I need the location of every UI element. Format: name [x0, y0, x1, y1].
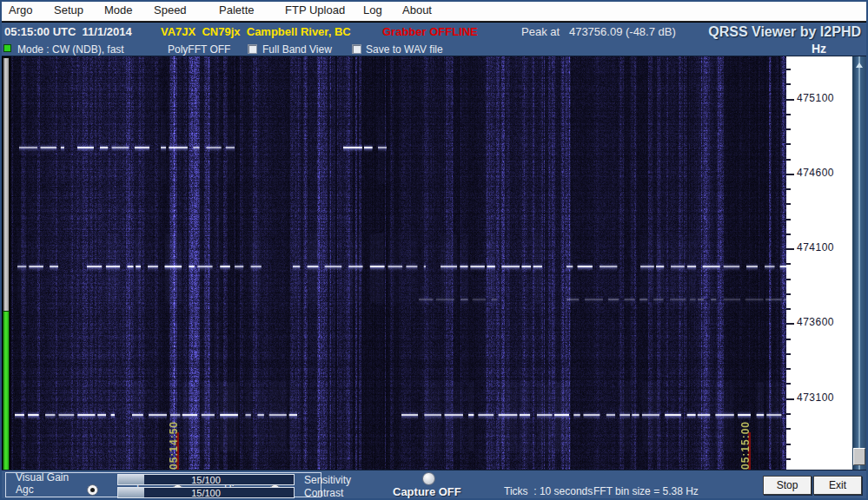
major-tick: [786, 99, 794, 101]
timestamp-label: 05:15:00: [739, 416, 751, 470]
frequency-tick-label: 474100: [797, 241, 834, 253]
sensitivity-label: Sensitivity: [304, 474, 351, 486]
minor-tick: [786, 263, 791, 265]
major-tick: [786, 248, 794, 250]
minor-tick: [786, 159, 791, 161]
major-tick: [786, 323, 794, 325]
frequency-unit-label: Hz: [812, 42, 826, 56]
minor-tick: [786, 114, 791, 115]
frequency-tick-label: 475100: [797, 92, 834, 104]
menu-item-speed[interactable]: Speed: [154, 3, 187, 16]
info-bar: 05:15:00 UTC 11/1/2014 VA7JX CN79jx Camp…: [0, 23, 868, 42]
minor-tick: [786, 234, 791, 235]
capture-led-button[interactable]: [422, 472, 435, 485]
fft-bin-size-readout: FFT bin size = 5.38 Hz: [593, 485, 699, 497]
save-wav-checkbox[interactable]: [352, 44, 361, 54]
polyfft-status[interactable]: PolyFFT OFF: [168, 43, 230, 56]
grabber-status: Grabber OFFLINE: [382, 25, 478, 39]
minor-tick: [786, 458, 791, 460]
mode-led-icon: [3, 44, 11, 52]
sensitivity-value: 15/100: [118, 475, 294, 485]
peak-readout: Peak at 473756.09 (-48.7 dB): [521, 25, 676, 39]
signal-level-meter-green: [3, 311, 10, 470]
contrast-slider[interactable]: 15/100: [117, 487, 295, 498]
frequency-tick-label: 473100: [797, 391, 834, 404]
frequency-tick-label: 474600: [797, 167, 834, 179]
mode-bar: Mode : CW (NDB), fast PolyFFT OFF Full B…: [0, 42, 868, 56]
timestamp-label: 05:14:50: [168, 416, 179, 470]
minor-tick: [786, 428, 791, 430]
menu-item-ftp-upload[interactable]: FTP Upload: [285, 3, 345, 16]
ticks-readout: Ticks : 10 seconds: [504, 485, 593, 497]
minor-tick: [786, 143, 791, 145]
menu-item-palette[interactable]: Palette: [219, 3, 254, 16]
minor-tick: [786, 413, 791, 415]
visual-gain-title: Visual Gain: [16, 471, 69, 484]
frequency-scale: 475100474600474100473600473100: [786, 56, 852, 471]
menu-bar: ArgoSetupModeSpeedPaletteFTP UploadLogAb…: [0, 0, 868, 22]
menu-item-log[interactable]: Log: [363, 3, 382, 16]
scrollbar-thumb[interactable]: [853, 448, 865, 465]
contrast-label: Contrast: [304, 487, 343, 499]
minor-tick: [786, 188, 791, 190]
exit-button[interactable]: Exit: [813, 476, 862, 495]
frequency-scrollbar[interactable]: [852, 56, 866, 471]
minor-tick: [786, 293, 791, 295]
minor-tick: [786, 353, 791, 355]
minor-tick: [786, 203, 791, 205]
station-id: VA7JX CN79jx Campbell River, BC: [161, 25, 351, 39]
minor-tick: [786, 83, 791, 85]
scrollbar-up-arrow-icon[interactable]: [856, 62, 863, 68]
minor-tick: [786, 444, 791, 445]
qrss-viewer-window: ArgoSetupModeSpeedPaletteFTP UploadLogAb…: [0, 0, 868, 500]
mode-text: Mode : CW (NDB), fast: [17, 43, 124, 56]
sensitivity-slider[interactable]: 15/100: [117, 474, 295, 485]
full-band-view-label: Full Band View: [262, 43, 332, 56]
capture-status-label: Capture OFF: [393, 485, 461, 498]
minor-tick: [786, 69, 791, 70]
radio-dot-icon: [90, 488, 95, 492]
major-tick: [786, 174, 794, 175]
minor-tick: [786, 219, 791, 220]
minor-tick: [786, 279, 791, 280]
utc-datetime: 05:15:00 UTC 11/1/2014: [4, 25, 132, 39]
save-wav-label: Save to WAV file: [366, 43, 443, 56]
app-title: QRSS Viewer by I2PHD: [708, 24, 861, 40]
bottom-control-bar: Visual Gain Agc Lo Hi 15/100 15/100 Sens…: [0, 470, 868, 500]
major-tick: [786, 398, 794, 400]
full-band-view-checkbox[interactable]: [248, 44, 257, 54]
minor-tick: [786, 128, 791, 130]
minor-tick: [786, 383, 791, 385]
menu-item-about[interactable]: About: [402, 3, 432, 16]
agc-radio[interactable]: [87, 484, 98, 496]
minor-tick: [786, 308, 791, 310]
menu-item-mode[interactable]: Mode: [104, 3, 133, 16]
contrast-value: 15/100: [118, 488, 294, 498]
stop-button[interactable]: Stop: [763, 476, 812, 495]
menu-item-argo[interactable]: Argo: [9, 3, 32, 16]
menu-item-setup[interactable]: Setup: [54, 3, 83, 16]
minor-tick: [786, 339, 791, 340]
agc-radio-label: Agc: [16, 484, 34, 496]
frequency-tick-label: 473600: [797, 316, 834, 328]
minor-tick: [786, 368, 791, 370]
waterfall-spectrogram[interactable]: [10, 56, 786, 471]
